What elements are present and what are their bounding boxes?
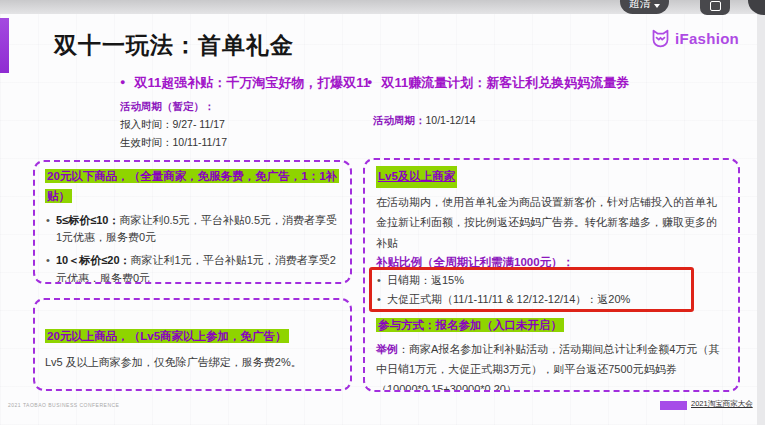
ifashion-logo-text: iFashion [675,30,739,47]
example-prefix: 举例 [376,343,398,355]
list-item: 5≤标价≤10：商家让利0.5元，平台补贴0.5元，消费者享受1元优惠，服务费0… [45,212,340,248]
subsidy-ratio-label: 补贴比例（全周期让利需满1000元）： [376,255,727,270]
price-range-bold: 5≤标价≤10： [56,214,119,226]
left-period-label: 活动周期（暂定）： [120,97,227,115]
left-box-under-20: 20元以下商品，（全量商家，免服务费，免广告，1：1补贴） 5≤标价≤10：商家… [33,160,352,284]
ifashion-cat-icon [650,28,671,49]
left-period-line: 生效时间：10/11-11/17 [120,133,227,151]
right-period-block: 活动周期：10/1-12/14 [373,110,476,128]
page-title: 双十一玩法：首单礼金 [54,30,294,61]
join-method-highlight: 参与方式：报名参加（入口未开启） [376,318,564,332]
price-range-bold: 10＜标价≤20： [56,254,131,266]
right-period-label: 活动周期： [373,114,426,126]
ifashion-logo: iFashion [650,28,739,49]
left-box1-highlight: 20元以下商品，（全量商家，免服务费，免广告，1：1补贴） [45,169,339,203]
list-item: 日销期：返15% [376,271,727,290]
example-body: ：商家A报名参加让利补贴活动，活动期间总计让利金额4万元（其中日销1万元，大促正… [376,343,719,392]
join-method-row: 参与方式：报名参加（入口未开启） [376,316,727,336]
right-section-heading: 双11赚流量计划：新客让利兑换妈妈流量券 [367,74,629,92]
quality-button[interactable]: 超清 [620,0,669,14]
caret-down-icon [654,4,660,8]
left-box2-body: Lv5 及以上商家参加，仅免除广告绑定，服务费2%。 [45,354,340,372]
lv5-merchant-tag: Lv5及以上商家 [376,166,457,188]
left-box-over-20: 20元以上商品，（Lv5商家以上参加，免广告） Lv5 及以上商家参加，仅免除广… [33,298,352,391]
left-box2-highlight: 20元以上商品，（Lv5商家以上参加，免广告） [45,329,289,343]
left-period-block: 活动周期（暂定）： 报入时间：9/27- 11/17 生效时间：10/11-11… [120,97,227,151]
right-box-paragraph: 在活动期内，使用首单礼金为商品设置新客价，针对店铺投入的首单礼金拉新让利面额，按… [376,192,727,254]
slide: 双十一玩法：首单礼金 iFashion 双11超强补贴：千万淘宝好物，打爆双11… [0,14,757,425]
fullscreen-button[interactable] [700,0,730,15]
fullscreen-icon [710,1,721,11]
left-period-line: 报入时间：9/27- 11/17 [120,115,227,133]
right-detail-box: Lv5及以上商家 在活动期内，使用首单礼金为商品设置新客价，针对店铺投入的首单礼… [363,158,740,392]
list-item: 大促正式期（11/1-11/11 & 12/12-12/14）：返20% [376,290,727,309]
subsidy-ratio-list: 日销期：返15% 大促正式期（11/1-11/11 & 12/12-12/14）… [376,271,727,309]
quality-button-label: 超清 [629,0,651,11]
footer-conference-cn: 2021淘宝商家大会 [691,399,753,409]
list-item: 10＜标价≤20：商家让利1元，平台补贴1元，消费者享受2元优惠，服务费0元 [45,252,340,284]
title-accent-bar [0,18,9,73]
footer-conference-en: 2021 TAOBAO BUSINESS CONFERENCE [8,402,119,408]
footer-purple-swatch [660,401,687,410]
right-period-value: 10/1-12/14 [426,114,476,126]
left-section-heading: 双11超强补贴：千万淘宝好物，打爆双11 [120,74,370,92]
example-paragraph: 举例：商家A报名参加让利补贴活动，活动期间总计让利金额4万元（其中日销1万元，大… [376,340,727,392]
